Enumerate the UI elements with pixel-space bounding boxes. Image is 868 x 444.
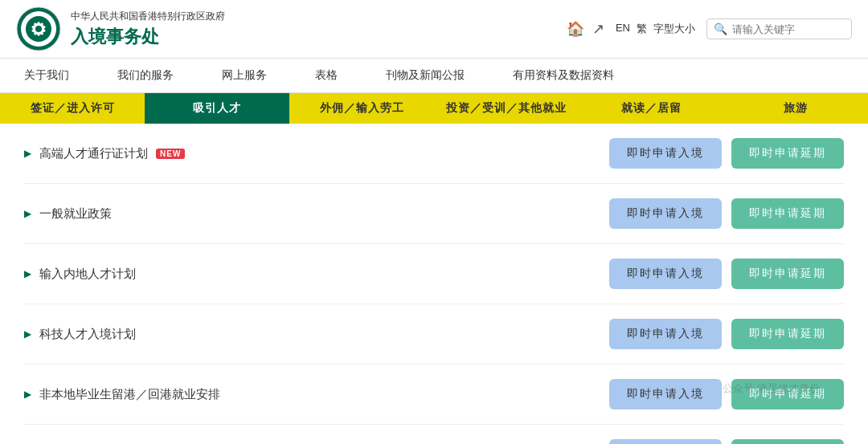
share-icon[interactable]: ↗ <box>592 20 604 38</box>
sub-nav-travel[interactable]: 旅游 <box>723 93 868 124</box>
header-text: 中华人民共和国香港特别行政区政府 入境事务处 <box>71 10 225 49</box>
service-buttons: 即时申请入境即时申请延期 <box>609 138 844 169</box>
service-name: 输入内地人才计划 <box>39 267 136 282</box>
sub-nav-talent[interactable]: 吸引人才 <box>145 93 289 124</box>
service-label: ▶科技人才入境计划 <box>24 327 136 342</box>
search-icon: 🔍 <box>714 22 727 35</box>
service-label: ▶一般就业政策 <box>24 206 112 222</box>
svg-point-8 <box>35 26 42 32</box>
arrow-icon: ▶ <box>24 208 31 219</box>
service-label: ▶非本地毕业生留港／回港就业安排 <box>24 387 220 402</box>
search-box[interactable]: 🔍 <box>706 18 852 39</box>
sub-nav-investment[interactable]: 投资／受训／其他就业 <box>434 93 579 124</box>
service-name: 一般就业政策 <box>39 206 112 222</box>
apply-extension-button[interactable]: 即时申请延期 <box>731 379 844 409</box>
search-input[interactable] <box>732 23 845 35</box>
apply-entry-button[interactable]: 即时申请入境 <box>609 379 722 409</box>
nav-item-online[interactable]: 网上服务 <box>198 59 291 92</box>
font-size-label[interactable]: 字型大小 <box>653 22 695 36</box>
lang-en[interactable]: EN <box>616 22 630 36</box>
apply-extension-button[interactable]: 即时申请延期 <box>731 439 844 444</box>
apply-entry-button[interactable]: 即时申请入境 <box>609 319 722 349</box>
apply-entry-button[interactable]: 即时申请入境 <box>609 259 722 289</box>
service-row: ▶科技人才入境计划即时申请入境即时申请延期 <box>24 304 844 365</box>
apply-entry-button[interactable]: 即时申请入境 <box>609 439 722 444</box>
nav-item-resources[interactable]: 有用资料及数据资料 <box>489 59 638 92</box>
service-name: 非本地毕业生留港／回港就业安排 <box>39 387 220 402</box>
service-name: 科技人才入境计划 <box>39 327 136 342</box>
header-left: 中华人民共和国香港特别行政区政府 入境事务处 <box>16 6 225 51</box>
service-row: ▶非本地毕业生留港／回港就业安排即时申请入境即时申请延期 <box>24 365 844 425</box>
apply-entry-button[interactable]: 即时申请入境 <box>609 138 722 169</box>
main-content: ▶高端人才通行证计划NEW即时申请入境即时申请延期▶一般就业政策即时申请入境即时… <box>0 124 868 444</box>
service-buttons: 即时申请入境即时申请延期 <box>609 379 844 409</box>
header: 中华人民共和国香港特别行政区政府 入境事务处 🏠 ↗ EN 繁 字型大小 🔍 <box>0 0 868 59</box>
top-nav: 关于我们 我们的服务 网上服务 表格 刊物及新闻公报 有用资料及数据资料 <box>0 59 868 93</box>
apply-extension-button[interactable]: 即时申请延期 <box>731 259 844 289</box>
service-name: 高端人才通行证计划 <box>39 146 148 161</box>
service-buttons: 即时申请入境即时申请延期 <box>609 439 844 444</box>
service-buttons: 即时申请入境即时申请延期 <box>609 259 844 289</box>
apply-extension-button[interactable]: 即时申请延期 <box>731 198 844 229</box>
arrow-icon: ▶ <box>24 389 31 400</box>
service-buttons: 即时申请入境即时申请延期 <box>609 319 844 349</box>
hk-emblem <box>16 6 61 51</box>
service-row: ▶一般就业政策即时申请入境即时申请延期 <box>24 184 844 244</box>
sub-nav-study[interactable]: 就读／居留 <box>579 93 723 124</box>
service-label: ▶高端人才通行证计划NEW <box>24 146 185 161</box>
sub-nav-foreign-worker[interactable]: 外佣／输入劳工 <box>289 93 434 124</box>
new-badge: NEW <box>156 149 185 159</box>
arrow-icon: ▶ <box>24 268 31 279</box>
sub-nav: 签证／进入许可 吸引人才 外佣／输入劳工 投资／受训／其他就业 就读／居留 旅游 <box>0 93 868 124</box>
apply-entry-button[interactable]: 即时申请入境 <box>609 198 722 229</box>
service-row: ▶输入内地人才计划即时申请入境即时申请延期 <box>24 244 844 304</box>
lang-options: EN 繁 字型大小 <box>616 22 695 36</box>
nav-item-forms[interactable]: 表格 <box>291 59 362 92</box>
arrow-icon: ▶ <box>24 328 31 340</box>
arrow-icon: ▶ <box>24 148 31 159</box>
apply-extension-button[interactable]: 即时申请延期 <box>731 138 844 169</box>
service-buttons: 即时申请入境即时申请延期 <box>609 198 844 229</box>
service-row: ▶高端人才通行证计划NEW即时申请入境即时申请延期 <box>24 124 844 184</box>
sub-nav-visa[interactable]: 签证／进入许可 <box>0 93 145 124</box>
apply-extension-button[interactable]: 即时申请延期 <box>731 319 844 349</box>
service-label: ▶输入内地人才计划 <box>24 267 136 282</box>
nav-item-publications[interactable]: 刊物及新闻公报 <box>362 59 489 92</box>
gov-name: 中华人民共和国香港特别行政区政府 <box>71 10 225 23</box>
lang-tc[interactable]: 繁 <box>637 22 647 36</box>
service-row: ▶优秀人才入境计划即时申请入境即时申请延期 <box>24 425 844 444</box>
dept-name: 入境事务处 <box>71 25 225 49</box>
nav-item-services[interactable]: 我们的服务 <box>93 59 198 92</box>
nav-item-about[interactable]: 关于我们 <box>0 59 93 92</box>
header-right: 🏠 ↗ EN 繁 字型大小 🔍 <box>567 18 852 39</box>
home-icon[interactable]: 🏠 <box>567 20 584 38</box>
header-icons: 🏠 ↗ <box>567 20 604 38</box>
